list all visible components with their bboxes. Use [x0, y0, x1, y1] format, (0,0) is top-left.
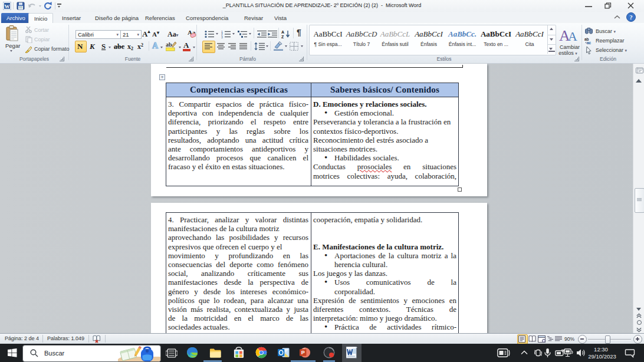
svg-text:P: P	[301, 350, 305, 356]
svg-text:ab: ab	[166, 41, 172, 48]
svg-text:3: 3	[221, 35, 223, 39]
svg-text:A: A	[568, 29, 577, 42]
svg-text:ac: ac	[587, 41, 592, 44]
svg-text:?: ?	[629, 14, 633, 21]
svg-text:A: A	[281, 30, 284, 34]
svg-text:W: W	[5, 4, 10, 9]
svg-text:Z: Z	[281, 35, 284, 38]
